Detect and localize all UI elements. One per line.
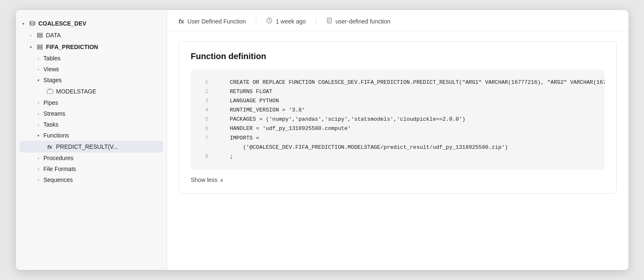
sidebar-item-label: DATA: [46, 32, 61, 39]
sidebar-item-views[interactable]: Views: [16, 64, 167, 75]
time-label: 1 week ago: [276, 18, 306, 25]
code-line-1: 1 CREATE OR REPLACE FUNCTION COALESCE_DE…: [201, 78, 594, 87]
sidebar-item-label: MODELSTAGE: [56, 88, 96, 95]
code-line-2: 2 RETURNS FLOAT: [201, 87, 594, 96]
sidebar-item-tables[interactable]: Tables: [16, 53, 167, 64]
svg-rect-2: [37, 35, 42, 36]
svg-rect-5: [37, 47, 42, 48]
sidebar-item-label: File Formats: [44, 166, 76, 172]
line-code: PACKAGES = ('numpy','pandas','scipy','st…: [217, 115, 466, 124]
line-number: 4: [201, 106, 209, 115]
line-number: 8: [201, 152, 209, 161]
chevron-icon: [35, 176, 42, 183]
sidebar-item-tasks[interactable]: Tasks: [16, 119, 167, 130]
code-line-4: 4 RUNTIME_VERSION = '3.8': [201, 106, 594, 115]
sidebar-item-file-formats[interactable]: File Formats: [16, 163, 167, 174]
sidebar-item-label: Functions: [44, 132, 69, 139]
schema-icon: [36, 31, 44, 39]
sidebar-item-label: COALESCE_DEV: [39, 20, 86, 27]
chevron-up-icon: [220, 176, 224, 183]
chevron-icon: [35, 55, 42, 62]
code-line-5: 5 PACKAGES = ('numpy','pandas','scipy','…: [201, 115, 594, 124]
line-code: LANGUAGE PYTHON: [217, 96, 279, 106]
chevron-icon: [35, 155, 42, 161]
code-line-8: 8 ;: [201, 152, 594, 161]
line-number: 5: [201, 115, 209, 124]
content-area: Function definition 1 CREATE OR REPLACE …: [167, 31, 628, 204]
sidebar-item-sequences[interactable]: Sequences: [16, 174, 167, 185]
svg-point-0: [30, 21, 35, 23]
function-definition-card: Function definition 1 CREATE OR REPLACE …: [179, 41, 617, 194]
main-content: fx User Defined Function 1 week ago: [167, 10, 628, 270]
schema-icon: [36, 43, 44, 51]
fx-icon: fx: [46, 143, 54, 150]
sidebar-item-label: Tables: [44, 55, 60, 62]
line-code: ('@COALESCE_DEV.FIFA_PREDICTION.MODELSTA…: [217, 143, 508, 152]
line-code: RUNTIME_VERSION = '3.8': [217, 106, 305, 115]
line-code: ;: [217, 152, 233, 161]
chevron-icon: [35, 110, 42, 117]
chevron-icon: [35, 132, 42, 139]
code-block: 1 CREATE OR REPLACE FUNCTION COALESCE_DE…: [191, 70, 605, 170]
chevron-icon: [20, 20, 27, 27]
code-line-7b: ('@COALESCE_DEV.FIFA_PREDICTION.MODELSTA…: [201, 143, 594, 152]
database-icon: [29, 20, 36, 27]
sidebar-item-label: PREDICT_RESULT(V...: [56, 143, 118, 150]
sidebar-item-label: Procedures: [44, 155, 74, 161]
line-number: [201, 143, 209, 152]
section-title: Function definition: [191, 52, 605, 61]
doc-label: user-defined function: [336, 18, 391, 25]
svg-rect-1: [37, 33, 42, 34]
code-line-6: 6 HANDLER = 'udf_py_1318925580.compute': [201, 124, 594, 133]
sidebar-item-pipes[interactable]: Pipes: [16, 97, 167, 108]
code-line-7: 7 IMPORTS =: [201, 134, 594, 143]
type-meta: fx User Defined Function: [179, 18, 246, 25]
header-bar: fx User Defined Function 1 week ago: [167, 10, 628, 31]
sidebar-item-functions[interactable]: Functions: [16, 130, 167, 141]
chevron-icon: [28, 32, 34, 39]
doc-meta: user-defined function: [326, 18, 391, 25]
line-number: 3: [201, 96, 209, 106]
app-window: COALESCE_DEV DATA: [16, 10, 628, 270]
line-code: RETURNS FLOAT: [217, 87, 273, 96]
doc-icon: [326, 18, 332, 25]
chevron-icon: [35, 166, 42, 172]
sidebar-item-label: Stages: [44, 77, 62, 83]
line-number: 2: [201, 87, 209, 96]
sidebar-item-fifa-prediction[interactable]: FIFA_PREDICTION: [16, 41, 167, 53]
svg-rect-7: [47, 90, 53, 93]
chevron-icon: [35, 99, 42, 106]
meta-divider: [256, 18, 256, 25]
sidebar-item-label: Sequences: [44, 176, 73, 183]
sidebar-item-stages[interactable]: Stages: [16, 75, 167, 86]
line-code: HANDLER = 'udf_py_1318925580.compute': [217, 124, 351, 133]
line-number: 6: [201, 124, 209, 133]
chevron-icon: [35, 121, 42, 128]
sidebar-item-label: FIFA_PREDICTION: [46, 44, 98, 50]
sidebar-item-procedures[interactable]: Procedures: [16, 153, 167, 163]
chevron-icon: [35, 77, 42, 83]
line-number: 1: [201, 78, 209, 87]
stage-icon: [46, 88, 54, 95]
sidebar-item-label: Pipes: [44, 99, 58, 106]
sidebar-item-coalesce-dev[interactable]: COALESCE_DEV: [16, 18, 167, 29]
show-less-label: Show less: [191, 176, 218, 183]
clock-icon: [266, 18, 272, 25]
sidebar-item-streams[interactable]: Streams: [16, 108, 167, 119]
line-code: CREATE OR REPLACE FUNCTION COALESCE_DEV.…: [217, 78, 605, 87]
chevron-icon: [28, 44, 34, 50]
svg-rect-4: [37, 45, 42, 46]
code-line-3: 3 LANGUAGE PYTHON: [201, 96, 594, 106]
time-meta: 1 week ago: [266, 18, 306, 25]
sidebar-item-data[interactable]: DATA: [16, 29, 167, 41]
line-code: IMPORTS =: [217, 134, 259, 143]
sidebar-item-modelstage[interactable]: MODELSTAGE: [16, 86, 167, 97]
sidebar-item-label: Tasks: [44, 121, 59, 128]
line-number: 7: [201, 134, 209, 143]
svg-rect-3: [37, 36, 42, 38]
show-less-button[interactable]: Show less: [191, 176, 224, 183]
chevron-icon: [35, 66, 42, 73]
sidebar-item-label: Views: [44, 66, 59, 73]
sidebar: COALESCE_DEV DATA: [16, 10, 167, 270]
sidebar-item-predict-result[interactable]: fx PREDICT_RESULT(V...: [19, 141, 163, 153]
